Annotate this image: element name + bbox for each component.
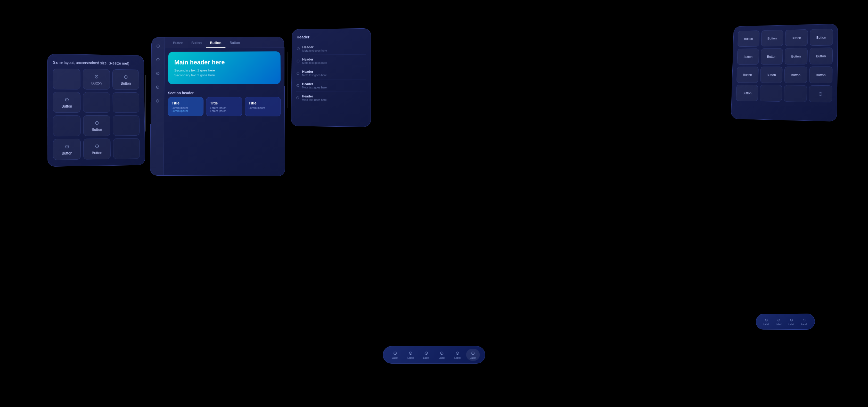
person-icon-m6: ⊙	[95, 143, 99, 149]
tab-4[interactable]: Button	[225, 37, 244, 48]
list-meta-2: Meta text goes here	[302, 61, 327, 64]
medium-btn-empty-5[interactable]	[113, 115, 140, 136]
hero-secondary-1: Secondary text 1 goes here	[174, 68, 274, 72]
medium-btn-label-2: Button	[91, 81, 102, 85]
sub-card-body-1b: Lorem ipsum	[172, 109, 199, 113]
sub-card-body-1a: Lorem ipsum	[172, 106, 200, 109]
list-item-text-5: Header Meta text goes here	[302, 94, 327, 101]
sub-card-3[interactable]: Title Lorem ipsum	[245, 97, 281, 116]
far-btn-14[interactable]	[760, 85, 782, 102]
nav-item-1[interactable]: ⊙ Label	[388, 349, 402, 361]
sub-card-2[interactable]: Title Lorem ipsum Lorem ipsum	[206, 97, 242, 116]
far-btn-10[interactable]: Button	[760, 67, 782, 83]
card-medium-label: Same layout, unconstrained size. (Resize…	[53, 60, 139, 66]
tab-3[interactable]: Button	[206, 37, 225, 48]
far-btn-15[interactable]	[784, 85, 807, 102]
sidebar-icon-3[interactable]: ⊙	[153, 69, 162, 78]
sidebar-icon-2[interactable]: ⊙	[153, 55, 163, 64]
main-layout: ⊙ ⊙ ⊙ ⊙ ⊙ Button Button Button Button Ma…	[150, 37, 285, 176]
list-meta-3: Meta text goes here	[302, 73, 327, 76]
medium-btn-4[interactable]: ⊙ Button	[53, 92, 81, 113]
medium-btn-7[interactable]: ⊙ Button	[83, 138, 111, 160]
list-icon-5: ⊙	[296, 95, 300, 100]
nav-item-5[interactable]: ⊙ Label	[451, 349, 464, 361]
list-title-5: Header	[302, 94, 327, 98]
list-icon-2: ⊙	[296, 59, 300, 63]
sidebar-icon-5[interactable]: ⊙	[153, 96, 162, 105]
nav-item-6[interactable]: ⊙ Label	[466, 349, 480, 361]
person-icon-m3: ⊙	[64, 96, 69, 103]
list-item-text-1: Header Meta text goes here	[302, 45, 327, 52]
list-item-2[interactable]: ⊙ Header Meta text goes here	[296, 55, 366, 67]
far-btn-9[interactable]: Button	[737, 67, 758, 83]
tab-2[interactable]: Button	[187, 37, 206, 48]
nav-item-2[interactable]: ⊙ Label	[404, 349, 417, 361]
list-title-4: Header	[302, 82, 327, 86]
nav-sm-3[interactable]: ⊙ Label	[786, 316, 797, 327]
far-btn-1[interactable]: Button	[738, 30, 760, 47]
sub-card-1[interactable]: Title Lorem ipsum Lorem ipsum	[167, 97, 204, 116]
far-btn-5[interactable]: Button	[737, 49, 759, 65]
list-item-1[interactable]: ⊙ Header Meta text goes here	[297, 42, 366, 55]
list-item-text-4: Header Meta text goes here	[302, 82, 327, 89]
sub-card-body-2b: Lorem ipsum	[210, 109, 238, 113]
far-btn-4[interactable]: Button	[810, 29, 833, 46]
medium-btn-label-4: Button	[62, 104, 72, 108]
medium-btn-label-6: Button	[62, 151, 72, 156]
far-btn-13[interactable]: Button	[736, 85, 758, 101]
list-item-text-2: Header Meta text goes here	[302, 57, 327, 64]
far-btn-11[interactable]: Button	[784, 67, 807, 83]
bottom-nav-main: ⊙ Label ⊙ Label ⊙ Label ⊙ Label ⊙ Label …	[383, 346, 485, 364]
list-item-5[interactable]: ⊙ Header Meta text goes here	[296, 92, 366, 104]
tab-1[interactable]: Button	[169, 37, 187, 48]
nav-sm-label-3: Label	[788, 323, 794, 325]
sidebar-icon-1[interactable]: ⊙	[153, 41, 163, 51]
nav-sm-icon-2: ⊙	[777, 318, 780, 322]
scene: Complex layout, fit to minimum size. ⊙ ⊙…	[0, 0, 868, 407]
medium-btn-3[interactable]: ⊙ Button	[113, 69, 139, 90]
nav-item-3[interactable]: ⊙ Label	[419, 349, 433, 361]
list-item-3[interactable]: ⊙ Header Meta text goes here	[296, 67, 366, 80]
nav-sm-2[interactable]: ⊙ Label	[773, 316, 784, 327]
nav-sm-4[interactable]: ⊙ Label	[799, 316, 809, 327]
far-btn-3[interactable]: Button	[785, 29, 808, 46]
far-right-grid: Button Button Button Button Button Butto…	[736, 29, 833, 103]
medium-btn-empty-2[interactable]	[83, 92, 110, 113]
sub-card-title-3: Title	[249, 101, 277, 105]
medium-btn-empty-6[interactable]	[113, 138, 140, 159]
list-icon-1: ⊙	[297, 46, 300, 51]
far-btn-2[interactable]: Button	[761, 30, 783, 46]
medium-btn-5[interactable]: ⊙ Button	[83, 115, 111, 136]
medium-btn-2[interactable]: ⊙ Button	[83, 69, 110, 90]
nav-icon-3: ⊙	[424, 350, 428, 356]
nav-sm-label-1: Label	[763, 323, 769, 325]
hero-title: Main header here	[174, 59, 274, 66]
person-icon-m1: ⊙	[94, 73, 99, 80]
nav-item-4[interactable]: ⊙ Label	[435, 349, 449, 361]
far-btn-6[interactable]: Button	[761, 48, 783, 65]
nav-label-3: Label	[423, 356, 429, 359]
medium-btn-empty-1[interactable]	[53, 69, 81, 90]
far-btn-12[interactable]: Button	[809, 67, 832, 83]
person-icon-m5: ⊙	[65, 143, 69, 150]
list-meta-1: Meta text goes here	[302, 49, 327, 52]
panel-header: Header	[297, 34, 366, 39]
nav-sm-icon-3: ⊙	[789, 318, 793, 322]
sidebar-icon-4[interactable]: ⊙	[153, 83, 162, 92]
medium-btn-6[interactable]: ⊙ Button	[53, 139, 81, 160]
list-item-4[interactable]: ⊙ Header Meta text goes here	[296, 80, 366, 92]
nav-label-1: Label	[392, 356, 398, 359]
medium-btn-empty-4[interactable]	[53, 115, 81, 136]
medium-btn-empty-3[interactable]	[113, 92, 139, 113]
far-btn-8[interactable]: Button	[809, 48, 833, 64]
nav-sm-label-2: Label	[776, 323, 782, 325]
nav-label-4: Label	[439, 356, 445, 359]
nav-icon-6: ⊙	[471, 350, 475, 356]
sub-card-body-2a: Lorem ipsum	[210, 106, 238, 109]
card-medium: Same layout, unconstrained size. (Resize…	[48, 54, 145, 167]
nav-sm-1[interactable]: ⊙ Label	[761, 316, 772, 327]
sub-card-title-1: Title	[172, 101, 200, 105]
far-btn-7[interactable]: Button	[785, 48, 808, 65]
nav-label-5: Label	[454, 356, 461, 359]
far-icon-person: ⊙	[809, 85, 832, 103]
